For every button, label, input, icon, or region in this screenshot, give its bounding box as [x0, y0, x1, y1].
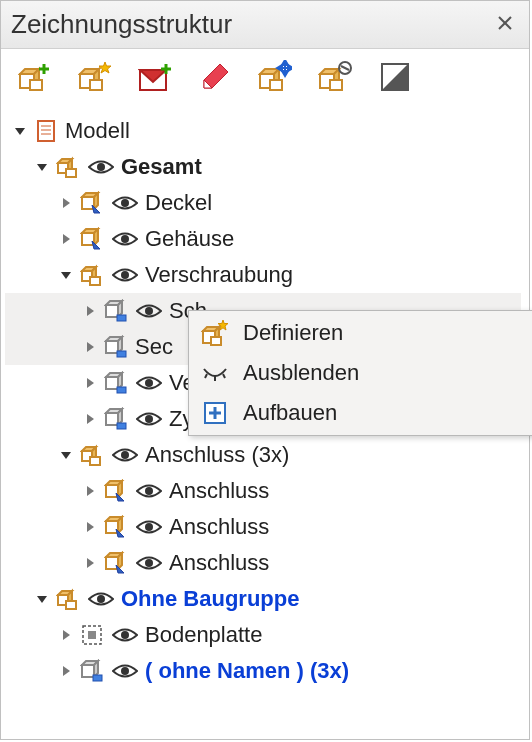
svg-rect-84: [106, 413, 118, 425]
eye-icon[interactable]: [111, 263, 139, 287]
tree-label: Anschluss: [169, 550, 269, 576]
tree-node-bodenplatte[interactable]: Bodenplatte: [5, 617, 521, 653]
expander-closed-icon[interactable]: [55, 624, 77, 646]
expander-open-icon[interactable]: [55, 264, 77, 286]
tree-node-verschraubung[interactable]: Verschraubung: [5, 257, 521, 293]
tree-node-model[interactable]: Modell: [5, 113, 521, 149]
eye-icon[interactable]: [111, 443, 139, 467]
expander-closed-icon[interactable]: [55, 228, 77, 250]
part-link-icon: [103, 370, 129, 396]
eye-icon[interactable]: [135, 407, 163, 431]
context-menu-ausblenden[interactable]: Ausblenden: [191, 353, 532, 393]
svg-point-59: [121, 235, 129, 243]
expander-closed-icon[interactable]: [79, 552, 101, 574]
svg-rect-64: [90, 277, 100, 285]
tree-node-anschluss-3[interactable]: Anschluss: [5, 545, 521, 581]
expander-closed-icon[interactable]: [79, 336, 101, 358]
tree-node-anschluss-2[interactable]: Anschluss: [5, 509, 521, 545]
svg-rect-67: [106, 305, 118, 317]
svg-point-82: [145, 379, 153, 387]
eye-icon[interactable]: [87, 587, 115, 611]
eye-icon[interactable]: [111, 227, 139, 251]
eye-icon[interactable]: [111, 659, 139, 683]
svg-rect-73: [106, 341, 118, 353]
part-ref-icon: [79, 190, 105, 216]
svg-rect-5: [30, 80, 42, 90]
eye-icon[interactable]: [111, 191, 139, 215]
svg-marker-42: [37, 164, 47, 171]
toolbar-renumber-button[interactable]: [317, 59, 353, 95]
tree-node-ohne-baugruppe[interactable]: Ohne Baugruppe: [5, 581, 521, 617]
svg-marker-89: [61, 452, 71, 459]
tree-node-ohne-namen[interactable]: ( ohne Namen ) (3x): [5, 653, 521, 689]
svg-marker-51: [94, 193, 98, 209]
svg-marker-60: [61, 272, 71, 279]
expander-open-icon[interactable]: [31, 588, 53, 610]
document-icon: [33, 118, 59, 144]
toolbar-new-group-star-button[interactable]: [77, 59, 113, 95]
expander-closed-icon[interactable]: [55, 660, 77, 682]
expander-closed-icon[interactable]: [55, 192, 77, 214]
toolbar-display-toggle-button[interactable]: [377, 59, 413, 95]
tree-node-deckel[interactable]: Deckel: [5, 185, 521, 221]
part-link-icon: [103, 298, 129, 324]
svg-rect-38: [38, 121, 54, 141]
expander-closed-icon[interactable]: [79, 408, 101, 430]
svg-point-100: [145, 487, 153, 495]
svg-line-34: [341, 66, 349, 70]
svg-point-106: [145, 523, 153, 531]
svg-point-122: [121, 631, 129, 639]
svg-rect-22: [270, 80, 282, 90]
eye-icon[interactable]: [135, 299, 163, 323]
close-button[interactable]: [491, 11, 519, 39]
tree-node-gesamt[interactable]: Gesamt: [5, 149, 521, 185]
part-ref-icon: [103, 550, 129, 576]
expander-closed-icon[interactable]: [79, 372, 101, 394]
eye-icon[interactable]: [135, 515, 163, 539]
tree-label: Anschluss: [169, 514, 269, 540]
svg-rect-78: [106, 377, 118, 389]
svg-rect-11: [90, 80, 102, 90]
svg-marker-110: [118, 553, 122, 569]
expander-open-icon[interactable]: [55, 444, 77, 466]
svg-marker-77: [87, 378, 94, 388]
tree-node-anschluss-group[interactable]: Anschluss (3x): [5, 437, 521, 473]
tree-label: Modell: [65, 118, 130, 144]
context-menu-definieren[interactable]: Definieren: [191, 313, 532, 353]
tree-label: Anschluss: [169, 478, 269, 504]
eye-icon[interactable]: [111, 623, 139, 647]
part-link-icon: [103, 406, 129, 432]
svg-line-136: [223, 374, 225, 378]
svg-point-118: [97, 595, 105, 603]
boxes-star-icon: [78, 60, 112, 94]
svg-point-47: [97, 163, 105, 171]
tree-label: Verschraubung: [145, 262, 293, 288]
svg-marker-54: [63, 234, 70, 244]
eye-icon[interactable]: [135, 479, 163, 503]
svg-rect-46: [66, 169, 76, 177]
context-menu-aufbauen[interactable]: Aufbauen: [191, 393, 532, 433]
boxes-star-icon: [199, 317, 231, 349]
svg-marker-95: [87, 486, 94, 496]
expander-closed-icon[interactable]: [79, 480, 101, 502]
context-menu-label: Definieren: [243, 320, 343, 346]
eye-icon[interactable]: [135, 551, 163, 575]
tree-node-gehaeuse[interactable]: Gehäuse: [5, 221, 521, 257]
svg-marker-104: [118, 517, 122, 533]
svg-point-53: [121, 199, 129, 207]
expander-open-icon[interactable]: [9, 120, 31, 142]
toolbar-move-button[interactable]: [257, 59, 293, 95]
svg-rect-117: [66, 601, 76, 609]
tree-node-anschluss-1[interactable]: Anschluss: [5, 473, 521, 509]
expander-closed-icon[interactable]: [79, 516, 101, 538]
svg-marker-98: [118, 481, 122, 497]
toolbar-erase-button[interactable]: [197, 59, 233, 95]
expander-closed-icon[interactable]: [79, 300, 101, 322]
toolbar-new-view-button[interactable]: [137, 59, 173, 95]
eye-icon[interactable]: [87, 155, 115, 179]
expander-open-icon[interactable]: [31, 156, 53, 178]
eraser-icon: [198, 60, 232, 94]
eye-icon[interactable]: [135, 371, 163, 395]
svg-marker-37: [15, 128, 25, 135]
toolbar-new-group-button[interactable]: [17, 59, 53, 95]
